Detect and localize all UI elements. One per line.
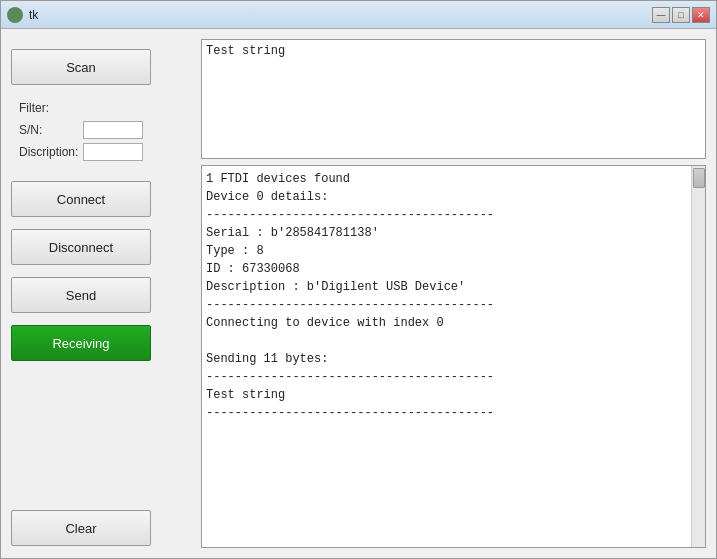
description-label: Discription: [19, 145, 79, 159]
connect-button-wrap: Connect [11, 181, 191, 217]
receiving-button-wrap: Receiving [11, 325, 191, 361]
receiving-button[interactable]: Receiving [11, 325, 151, 361]
app-icon [7, 7, 23, 23]
clear-button[interactable]: Clear [11, 510, 151, 546]
title-bar: tk — □ ✕ [1, 1, 716, 29]
disconnect-button-wrap: Disconnect [11, 229, 191, 265]
maximize-button[interactable]: □ [672, 7, 690, 23]
filter-section: Filter: S/N: Discription: [11, 101, 191, 165]
minimize-button[interactable]: — [652, 7, 670, 23]
description-input[interactable] [83, 143, 143, 161]
scan-button-wrap: Scan [11, 49, 191, 85]
log-area-wrap [201, 165, 706, 548]
send-button-wrap: Send [11, 277, 191, 313]
send-button[interactable]: Send [11, 277, 151, 313]
text-input[interactable] [201, 39, 706, 159]
scrollbar-track [691, 166, 705, 547]
log-area[interactable] [202, 166, 691, 547]
window-title: tk [29, 8, 38, 22]
disconnect-button[interactable]: Disconnect [11, 229, 151, 265]
sn-input[interactable] [83, 121, 143, 139]
left-panel: Scan Filter: S/N: Discription: Connect D… [1, 29, 201, 558]
clear-button-wrap: Clear [11, 510, 191, 546]
main-content: Scan Filter: S/N: Discription: Connect D… [1, 29, 716, 558]
sn-row: S/N: [19, 121, 191, 139]
filter-label: Filter: [19, 101, 191, 115]
title-bar-left: tk [7, 7, 38, 23]
sn-label: S/N: [19, 123, 79, 137]
title-bar-controls: — □ ✕ [652, 7, 710, 23]
right-panel [201, 29, 716, 558]
close-button[interactable]: ✕ [692, 7, 710, 23]
connect-button[interactable]: Connect [11, 181, 151, 217]
scrollbar-thumb[interactable] [693, 168, 705, 188]
main-window: tk — □ ✕ Scan Filter: S/N: Discription: [0, 0, 717, 559]
description-row: Discription: [19, 143, 191, 161]
scan-button[interactable]: Scan [11, 49, 151, 85]
